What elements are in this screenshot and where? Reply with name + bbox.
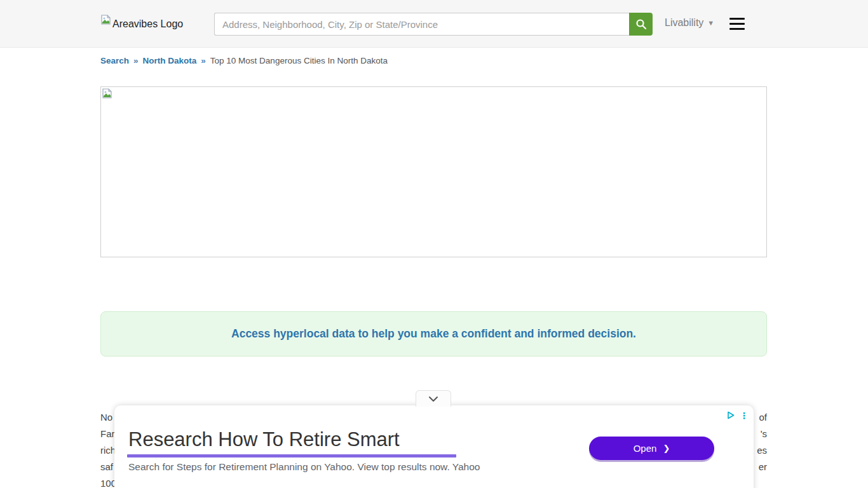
ad-open-button[interactable]: Open ❯	[589, 437, 714, 460]
ad-badges: ⋮	[726, 410, 749, 420]
ad-banner: ⋮ Research How To Retire Smart Search fo…	[114, 405, 754, 488]
areavibes-logo[interactable]: Areavibes Logo	[100, 14, 183, 30]
menu-icon[interactable]	[729, 18, 745, 30]
site-search-form	[214, 13, 653, 36]
search-icon	[635, 18, 647, 30]
ad-title-underline	[127, 454, 456, 458]
breadcrumb: Search » North Dakota » Top 10 Most Dang…	[100, 56, 388, 65]
ad-options-dots-icon[interactable]: ⋮	[740, 411, 749, 420]
ad-title-link[interactable]: Research How To Retire Smart	[128, 428, 400, 451]
breadcrumb-link-search[interactable]: Search	[100, 56, 129, 65]
adchoices-icon[interactable]	[726, 410, 736, 420]
ad-description: Search for Steps for Retirement Planning…	[128, 461, 480, 473]
hyperlocal-data-banner: Access hyperlocal data to help you make …	[100, 311, 767, 356]
chevron-down-icon	[428, 396, 438, 402]
ad-open-label: Open	[634, 443, 657, 454]
chevron-down-icon: ▼	[707, 19, 714, 27]
livability-label: Livability	[665, 17, 703, 29]
banner-text: Access hyperlocal data to help you make …	[231, 327, 636, 341]
breadcrumb-current-page: Top 10 Most Dangerous Cities In North Da…	[210, 56, 388, 65]
broken-image-icon	[100, 14, 112, 25]
search-button[interactable]	[629, 13, 653, 36]
site-header: Areavibes Logo Livability ▼	[0, 0, 868, 48]
broken-image-icon	[102, 88, 113, 99]
breadcrumb-link-north-dakota[interactable]: North Dakota	[143, 56, 197, 65]
search-input[interactable]	[214, 13, 629, 36]
chevron-right-icon: ❯	[663, 444, 670, 453]
breadcrumb-separator: »	[201, 56, 206, 65]
breadcrumb-separator: »	[133, 56, 139, 65]
hero-image-placeholder	[100, 86, 767, 257]
ad-collapse-button[interactable]	[416, 390, 451, 407]
logo-alt-text: Areavibes Logo	[112, 18, 183, 30]
livability-dropdown[interactable]: Livability ▼	[665, 17, 714, 29]
